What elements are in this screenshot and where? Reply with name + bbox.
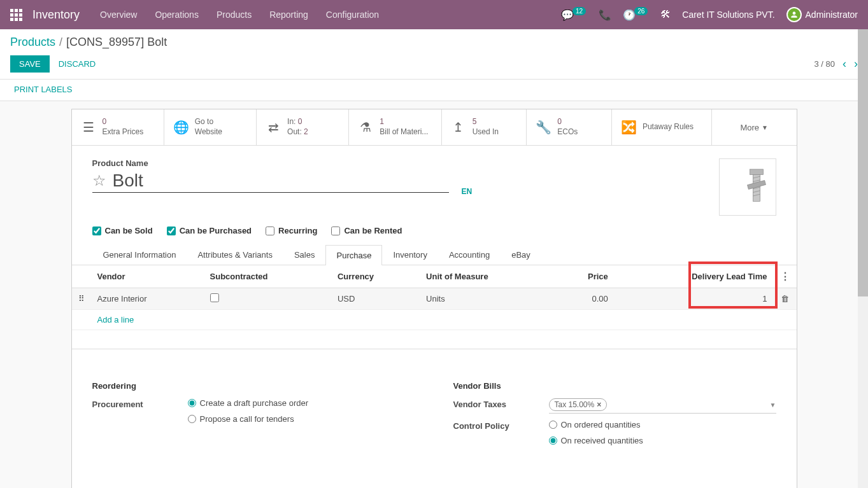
breadcrumb-separator: / [59, 36, 62, 49]
apps-icon[interactable] [10, 9, 22, 21]
tag-close-icon[interactable]: × [597, 400, 601, 409]
stat-used-in[interactable]: ↥ 5 Used In [442, 109, 527, 145]
tab-purchase[interactable]: Purchase [325, 245, 382, 265]
radio-received-qty[interactable]: On received quantities [549, 436, 776, 445]
delete-row-icon[interactable]: 🗑 [774, 288, 797, 310]
nav-overview[interactable]: Overview [100, 10, 137, 20]
cell-price[interactable]: 0.00 [555, 288, 615, 310]
col-currency[interactable]: Currency [331, 265, 420, 288]
cell-lead-time[interactable]: 1 [615, 288, 774, 310]
print-bar: PRINT LABELS [0, 80, 868, 101]
globe-icon: 🌐 [173, 120, 189, 135]
nav-right: 💬 12 📞 🕐 26 🛠 Caret IT Solutions PVT. Ad… [561, 7, 858, 22]
swap-icon: ⇄ [266, 120, 281, 135]
col-uom[interactable]: Unit of Measure [420, 265, 555, 288]
svg-rect-0 [750, 169, 763, 174]
main-content: ☰ 0 Extra Prices 🌐 Go to Website ⇄ In: 0… [0, 101, 868, 488]
nav-configuration[interactable]: Configuration [326, 10, 379, 20]
breadcrumb-parent[interactable]: Products [10, 36, 55, 49]
tools-icon[interactable]: 🛠 [660, 9, 671, 20]
stat-transfers[interactable]: ⇄ In: 0 Out: 2 [257, 109, 349, 145]
cell-uom[interactable]: Units [420, 288, 555, 310]
messages-button[interactable]: 💬 12 [561, 9, 587, 21]
stat-website[interactable]: 🌐 Go to Website [164, 109, 257, 145]
radio-ordered-qty[interactable]: On ordered quantities [549, 420, 776, 429]
pager-text: 3 / 80 [814, 59, 835, 69]
stat-more[interactable]: More ▼ [712, 109, 797, 145]
tabs: General Information Attributes & Variant… [72, 244, 797, 265]
topbar: Inventory Overview Operations Products R… [0, 0, 868, 29]
drag-handle-icon[interactable]: ⠿ [72, 288, 91, 310]
tab-inventory[interactable]: Inventory [382, 244, 438, 265]
tab-general-info[interactable]: General Information [92, 244, 187, 265]
scrollbar-thumb[interactable] [858, 29, 868, 296]
scrollbar[interactable] [858, 29, 868, 488]
col-subcontracted[interactable]: Subcontracted [204, 265, 331, 288]
shuffle-icon: 🔀 [621, 120, 636, 135]
col-price[interactable]: Price [555, 265, 615, 288]
discard-button[interactable]: DISCARD [59, 59, 96, 69]
product-image[interactable] [719, 158, 776, 216]
col-lead-time[interactable]: Delivery Lead Time [615, 265, 774, 288]
table-header-row: Vendor Subcontracted Currency Unit of Me… [72, 265, 797, 288]
cell-vendor[interactable]: Azure Interior [91, 288, 204, 310]
table-row[interactable]: ⠿ Azure Interior USD Units 0.00 1 🗑 [72, 288, 797, 310]
radio-draft-po[interactable]: Create a draft purchase order [188, 398, 415, 408]
pager: 3 / 80 ‹ › [814, 57, 858, 71]
checkbox-can-be-rented[interactable]: Can be Rented [331, 226, 402, 235]
checkbox-recurring[interactable]: Recurring [266, 226, 317, 235]
checkbox-can-be-purchased[interactable]: Can be Purchased [167, 226, 252, 235]
lang-tag[interactable]: EN [462, 187, 473, 196]
vendor-taxes-label: Vendor Taxes [453, 398, 549, 414]
chevron-down-icon: ▼ [762, 124, 768, 131]
up-arrow-icon: ↥ [451, 120, 466, 135]
pager-prev-icon[interactable]: ‹ [843, 57, 846, 71]
vendor-taxes-field[interactable]: Tax 15.00% × ▼ [549, 398, 776, 414]
product-name-label: Product Name [92, 158, 719, 168]
list-icon: ☰ [81, 120, 96, 135]
save-button[interactable]: SAVE [10, 55, 50, 73]
nav-products[interactable]: Products [217, 10, 252, 20]
kebab-icon[interactable]: ⋮ [780, 271, 790, 282]
print-labels-button[interactable]: PRINT LABELS [14, 85, 73, 94]
tax-tag[interactable]: Tax 15.00% × [549, 398, 608, 411]
cell-currency[interactable]: USD [331, 288, 420, 310]
stat-extra-prices[interactable]: ☰ 0 Extra Prices [72, 109, 164, 145]
module-name[interactable]: Inventory [32, 8, 80, 22]
user-menu[interactable]: Administrator [786, 7, 858, 22]
vendor-bills-title: Vendor Bills [453, 381, 776, 391]
nav-menu: Overview Operations Products Reporting C… [100, 10, 561, 20]
procurement-label: Procurement [92, 398, 188, 430]
tab-accounting[interactable]: Accounting [438, 244, 501, 265]
cell-subcontracted-checkbox[interactable] [210, 293, 219, 302]
checkbox-can-be-sold[interactable]: Can be Sold [92, 226, 153, 235]
nav-reporting[interactable]: Reporting [269, 10, 308, 20]
stat-ecos[interactable]: 🔧 0 ECOs [527, 109, 612, 145]
add-line-button[interactable]: Add a line [97, 315, 134, 324]
user-avatar-icon [786, 7, 802, 22]
tab-ebay[interactable]: eBay [501, 244, 541, 265]
checkbox-row: Can be Sold Can be Purchased Recurring C… [72, 221, 797, 244]
stat-bom[interactable]: ⚗ 1 Bill of Materi... [349, 109, 441, 145]
reordering-title: Reordering [92, 381, 415, 391]
breadcrumb-current: [CONS_89957] Bolt [66, 36, 167, 49]
tab-attributes[interactable]: Attributes & Variants [187, 244, 283, 265]
company-label[interactable]: Caret IT Solutions PVT. [682, 10, 774, 20]
col-vendor[interactable]: Vendor [91, 265, 204, 288]
action-bar: SAVE DISCARD 3 / 80 ‹ › [0, 52, 868, 80]
radio-call-tenders[interactable]: Propose a call for tenders [188, 414, 415, 424]
control-policy-label: Control Policy [453, 420, 549, 452]
product-name-input[interactable] [113, 171, 449, 191]
stat-putaway[interactable]: 🔀 Putaway Rules [612, 109, 712, 145]
bolt-image-icon [725, 165, 770, 209]
flask-icon: ⚗ [358, 120, 373, 135]
phone-icon[interactable]: 📞 [599, 9, 611, 21]
dropdown-caret-icon[interactable]: ▼ [770, 401, 776, 408]
activities-button[interactable]: 🕐 26 [623, 9, 649, 21]
favorite-star-icon[interactable]: ☆ [92, 172, 106, 190]
add-line-row: Add a line [72, 310, 797, 330]
chat-icon: 💬 [561, 9, 574, 21]
tab-sales[interactable]: Sales [283, 244, 326, 265]
nav-operations[interactable]: Operations [155, 10, 198, 20]
clock-icon: 🕐 [623, 9, 636, 21]
